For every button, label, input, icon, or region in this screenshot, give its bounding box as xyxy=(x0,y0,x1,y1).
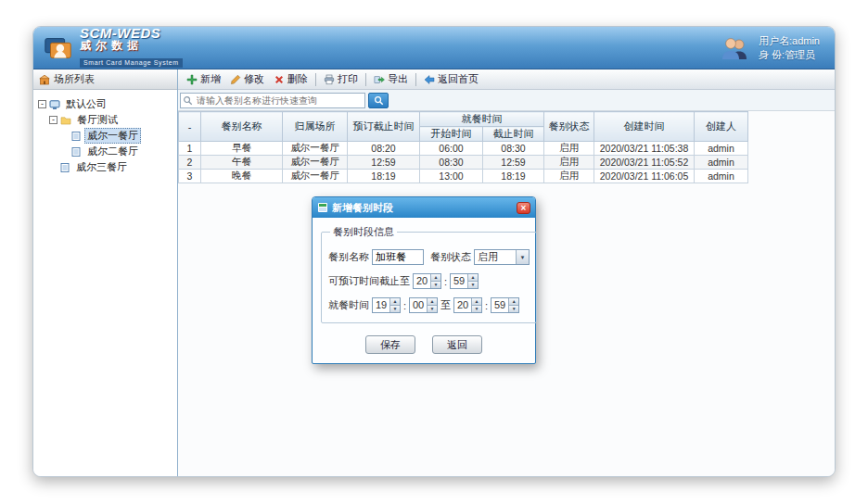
spinner-up-icon[interactable]: ▲ xyxy=(390,298,400,305)
cell-end-time: 18:19 xyxy=(483,170,544,183)
tree-item-label[interactable]: 威尔二餐厅 xyxy=(84,144,141,159)
dining-end-minute-spinner[interactable]: 59 ▲▼ xyxy=(491,297,519,313)
spinner-up-icon[interactable]: ▲ xyxy=(428,298,437,305)
tree-item-label[interactable]: 餐厅测试 xyxy=(74,112,121,128)
sidebar-title: 场所列表 xyxy=(54,72,95,86)
spinner-value: 20 xyxy=(414,274,430,288)
spinner-down-icon[interactable]: ▼ xyxy=(468,281,478,288)
cell-index: 3 xyxy=(179,170,201,183)
export-button[interactable]: 导出 xyxy=(369,70,413,88)
top-header: SCM-WEDS 威尔数据 Smart Card Manage System 用… xyxy=(33,27,835,69)
delete-button[interactable]: 删除 xyxy=(269,70,313,88)
dining-end-hour-spinner[interactable]: 20 ▲▼ xyxy=(453,297,482,313)
col-header-creator: 创建人 xyxy=(695,112,748,142)
spinner-value: 59 xyxy=(491,298,508,312)
col-header-meal-name: 餐别名称 xyxy=(201,112,283,142)
spinner-up-icon[interactable]: ▲ xyxy=(431,274,440,281)
meal-period-fieldset: 餐别时段信息 餐别名称 餐别状态 启用 ▼ 可预订时间截止至 20 ▲▼ xyxy=(321,225,537,323)
spinner-up-icon[interactable]: ▲ xyxy=(472,298,481,305)
cell-meal-name: 晚餐 xyxy=(201,170,283,183)
time-colon: : xyxy=(403,300,406,311)
spinner-down-icon[interactable]: ▼ xyxy=(390,305,400,312)
col-header-end-time: 截止时间 xyxy=(483,127,544,142)
tree-item-restaurant-2[interactable]: 威尔二餐厅 xyxy=(36,144,174,159)
search-button[interactable] xyxy=(368,93,389,108)
search-input[interactable] xyxy=(180,93,365,108)
spinner-down-icon[interactable]: ▼ xyxy=(431,281,440,288)
logo-subtitle: 威尔数据 xyxy=(80,40,183,52)
tree-item-restaurant-1[interactable]: 威尔一餐厅 xyxy=(36,128,174,144)
dining-start-hour-spinner[interactable]: 19 ▲▼ xyxy=(372,297,401,313)
table-row[interactable]: 3 晚餐 威尔一餐厅 18:19 13:00 18:19 启用 2020/03/… xyxy=(179,170,748,183)
tree-item-company[interactable]: - 默认公司 xyxy=(36,96,174,112)
spinner-down-icon[interactable]: ▼ xyxy=(472,305,481,312)
cell-start-time: 06:00 xyxy=(420,142,483,156)
tree-item-restaurant-3[interactable]: 威尔三餐厅 xyxy=(36,159,174,175)
logo: SCM-WEDS 威尔数据 Smart Card Manage System xyxy=(43,27,183,69)
time-colon: : xyxy=(444,276,447,287)
spinner-arrows: ▲▼ xyxy=(467,274,478,288)
booking-minute-spinner[interactable]: 59 ▲▼ xyxy=(450,273,479,289)
tree-item-restaurant-group[interactable]: - 餐厅测试 xyxy=(36,112,174,128)
back-button[interactable]: 返回 xyxy=(432,335,482,354)
place-tree: - 默认公司 - 餐厅测试 xyxy=(33,90,177,182)
restaurant-icon xyxy=(70,146,82,158)
cell-start-time: 08:30 xyxy=(420,156,483,170)
add-button[interactable]: 新增 xyxy=(182,70,225,88)
meal-table: - 餐别名称 归属场所 预订截止时间 就餐时间 餐别状态 创建时间 创建人 开始… xyxy=(178,111,748,183)
table-row[interactable]: 1 早餐 威尔一餐厅 08:20 06:00 08:30 启用 2020/03/… xyxy=(179,142,748,156)
cell-created-at: 2020/03/21 11:06:05 xyxy=(594,170,695,183)
app-window: SCM-WEDS 威尔数据 Smart Card Manage System 用… xyxy=(32,26,836,477)
spinner-value: 00 xyxy=(410,298,427,312)
close-icon[interactable]: × xyxy=(517,202,530,214)
spinner-down-icon[interactable]: ▼ xyxy=(509,305,518,312)
spinner-up-icon[interactable]: ▲ xyxy=(509,298,518,305)
restaurant-icon xyxy=(70,131,82,142)
toolbar: 新增 修改 删除 打印 导出 xyxy=(178,69,835,90)
table-row[interactable]: 2 午餐 威尔一餐厅 12:59 08:30 12:59 启用 2020/03/… xyxy=(179,156,748,170)
spinner-up-icon[interactable]: ▲ xyxy=(468,274,478,281)
search-icon xyxy=(374,95,384,106)
meal-name-label: 餐别名称 xyxy=(328,250,369,264)
tree-item-label[interactable]: 威尔三餐厅 xyxy=(73,159,130,175)
collapse-icon[interactable]: - xyxy=(38,100,46,108)
edit-button[interactable]: 修改 xyxy=(225,70,269,88)
cell-created-at: 2020/03/21 11:05:52 xyxy=(594,156,695,170)
dialog-title-bar: 新增餐别时段 × xyxy=(313,197,535,218)
col-header-start-time: 开始时间 xyxy=(420,127,483,142)
status-select[interactable]: 启用 ▼ xyxy=(474,249,530,265)
spinner-arrows: ▲▼ xyxy=(471,298,481,312)
collapse-icon[interactable]: - xyxy=(49,116,57,124)
logo-icon xyxy=(43,32,74,64)
dining-start-minute-spinner[interactable]: 00 ▲▼ xyxy=(409,297,438,313)
chevron-down-icon[interactable]: ▼ xyxy=(516,250,529,264)
logo-text: SCM-WEDS 威尔数据 Smart Card Manage System xyxy=(80,27,183,69)
toolbar-label: 打印 xyxy=(338,72,358,86)
booking-hour-spinner[interactable]: 20 ▲▼ xyxy=(413,273,441,289)
search-icon xyxy=(183,95,193,106)
col-header-index: - xyxy=(179,112,201,142)
toolbar-label: 修改 xyxy=(244,72,264,86)
sidebar: 场所列表 - 默认公司 - 餐厅测试 xyxy=(33,69,178,477)
cell-end-time: 12:59 xyxy=(483,156,544,170)
save-button[interactable]: 保存 xyxy=(365,335,415,354)
building-icon xyxy=(39,74,50,85)
dining-time-row: 就餐时间 19 ▲▼ : 00 ▲▼ 至 20 ▲▼ : xyxy=(328,297,530,313)
spinner-down-icon[interactable]: ▼ xyxy=(428,305,437,312)
print-icon xyxy=(324,74,335,85)
logo-title: SCM-WEDS xyxy=(80,27,183,40)
user-lines: 用户名:admin 身 份:管理员 xyxy=(759,34,820,62)
company-icon xyxy=(49,99,60,110)
dialog-body: 餐别时段信息 餐别名称 餐别状态 启用 ▼ 可预订时间截止至 20 ▲▼ xyxy=(313,218,535,363)
status-label: 餐别状态 xyxy=(430,250,471,264)
tree-item-label[interactable]: 威尔一餐厅 xyxy=(84,128,141,144)
meal-name-row: 餐别名称 餐别状态 启用 ▼ xyxy=(328,249,530,265)
meal-name-input[interactable] xyxy=(372,249,424,265)
tree-item-label[interactable]: 默认公司 xyxy=(63,96,109,112)
back-home-button[interactable]: 返回首页 xyxy=(419,70,483,88)
fieldset-legend: 餐别时段信息 xyxy=(330,225,397,239)
print-button[interactable]: 打印 xyxy=(319,70,363,88)
toolbar-separator xyxy=(315,73,316,86)
add-icon xyxy=(186,74,198,85)
booking-deadline-label: 可预订时间截止至 xyxy=(328,274,410,288)
